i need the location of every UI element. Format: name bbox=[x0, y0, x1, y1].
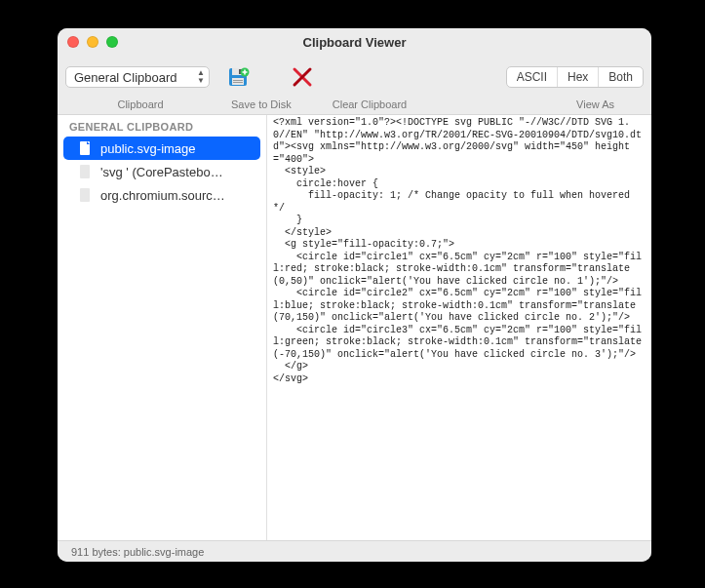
sidebar-item-label: org.chromium.sourc… bbox=[100, 188, 225, 203]
x-icon bbox=[291, 65, 314, 89]
clipboard-select-value: General Clipboard bbox=[74, 70, 177, 85]
label-clipboard: Clipboard bbox=[65, 98, 215, 110]
file-icon bbox=[77, 164, 93, 179]
sidebar-item-label: 'svg ' (CorePastebo… bbox=[100, 165, 223, 179]
clear-clipboard-button[interactable] bbox=[290, 60, 315, 94]
svg-rect-8 bbox=[80, 165, 90, 178]
view-as-ascii[interactable]: ASCII bbox=[507, 67, 558, 87]
close-button[interactable] bbox=[67, 36, 79, 48]
file-icon bbox=[77, 140, 93, 156]
window-title: Clipboard Viewer bbox=[58, 35, 651, 50]
zoom-button[interactable] bbox=[106, 36, 118, 48]
sidebar-item-label: public.svg-image bbox=[100, 141, 196, 156]
svg-rect-4 bbox=[233, 80, 243, 81]
window-controls bbox=[67, 36, 118, 48]
view-as-both[interactable]: Both bbox=[599, 67, 643, 87]
label-viewas: View As bbox=[576, 98, 644, 110]
view-as-segmented: ASCII Hex Both bbox=[506, 66, 644, 88]
svg-rect-3 bbox=[232, 78, 244, 85]
sidebar-item[interactable]: public.svg-image bbox=[63, 137, 260, 160]
app-window: Clipboard Viewer General Clipboard ▲▼ bbox=[58, 28, 651, 562]
save-to-disk-button[interactable] bbox=[225, 60, 251, 94]
titlebar: Clipboard Viewer bbox=[58, 28, 651, 56]
minimize-button[interactable] bbox=[87, 36, 98, 48]
floppy-disk-icon bbox=[226, 65, 250, 89]
toolbar: General Clipboard ▲▼ bbox=[58, 56, 651, 98]
label-clear: Clear Clipboard bbox=[333, 98, 407, 110]
svg-rect-9 bbox=[80, 188, 90, 202]
status-text: 911 bytes: public.svg-image bbox=[71, 546, 204, 558]
sidebar: GENERAL CLIPBOARD public.svg-image 'svg … bbox=[58, 115, 267, 540]
content-area: GENERAL CLIPBOARD public.svg-image 'svg … bbox=[58, 114, 651, 540]
toolbar-labels: Clipboard Save to Disk Clear Clipboard V… bbox=[58, 98, 651, 114]
clipboard-select[interactable]: General Clipboard ▲▼ bbox=[65, 66, 210, 88]
sidebar-header: GENERAL CLIPBOARD bbox=[58, 115, 266, 137]
file-icon bbox=[77, 187, 93, 203]
sidebar-item[interactable]: org.chromium.sourc… bbox=[63, 183, 260, 207]
chevron-updown-icon: ▲▼ bbox=[197, 69, 205, 85]
view-as-hex[interactable]: Hex bbox=[558, 67, 599, 87]
status-bar: 911 bytes: public.svg-image bbox=[58, 540, 651, 562]
label-save: Save to Disk bbox=[231, 98, 292, 110]
content-text-pane[interactable]: <?xml version="1.0"?><!DOCTYPE svg PUBLI… bbox=[267, 115, 651, 540]
svg-rect-5 bbox=[233, 82, 243, 83]
sidebar-item[interactable]: 'svg ' (CorePastebo… bbox=[63, 160, 260, 183]
